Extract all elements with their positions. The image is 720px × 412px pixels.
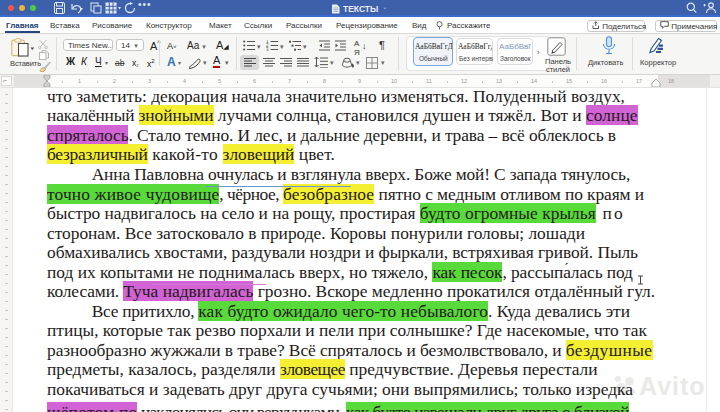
svg-text:3: 3 [266,47,269,51]
svg-text:Avito: Avito [639,372,706,398]
